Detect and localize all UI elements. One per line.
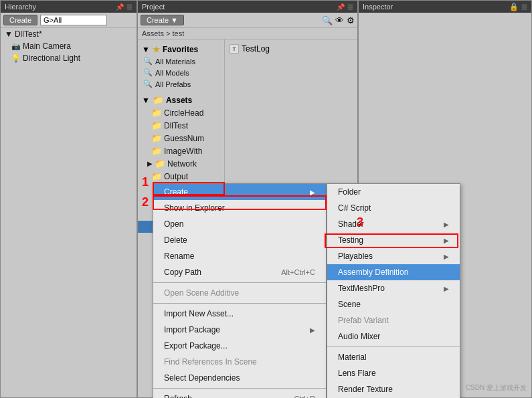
sub-testing-arrow: ▶ <box>444 237 449 244</box>
hierarchy-pin-icon: 📌 <box>116 3 124 11</box>
favorites-label: ▼ ★ Favorites <box>138 42 224 56</box>
hierarchy-scene[interactable]: ▼ DllTest* <box>1 28 137 40</box>
hierarchy-item-main-camera[interactable]: 📷 Main Camera <box>1 40 137 52</box>
watermark: CSDN 爱上游戏开发 <box>466 383 527 393</box>
ctx-sep1 <box>153 282 326 283</box>
light-icon: 💡 <box>11 54 21 63</box>
ctx-show-explorer[interactable]: Show in Explorer <box>153 200 326 216</box>
hierarchy-header: Hierarchy 📌 ☰ <box>1 1 137 13</box>
ctx-refresh[interactable]: Refresh Ctrl+R <box>153 391 326 398</box>
hierarchy-panel: Hierarchy 📌 ☰ Create ▼ DllTest* 📷 Main C… <box>0 0 137 398</box>
search-mat-icon: 🔍 <box>143 57 153 66</box>
ctx-copy-path-shortcut: Alt+Ctrl+C <box>281 268 315 276</box>
sub-testing-label: Testing <box>338 235 363 245</box>
ctx-delete[interactable]: Delete <box>153 232 326 248</box>
all-materials-label: All Materials <box>155 58 195 66</box>
favorites-section: ▼ ★ Favorites 🔍 All Materials 🔍 All Mode… <box>138 39 224 92</box>
ctx-copy-path[interactable]: Copy Path Alt+Ctrl+C <box>153 264 326 280</box>
project-title: Project <box>142 3 165 11</box>
ctx-refresh-label: Refresh <box>164 394 192 398</box>
breadcrumb-text: Assets > test <box>142 29 184 37</box>
network-arrow-icon: ▶ <box>147 160 153 167</box>
ctx-import-package[interactable]: Import Package ▶ <box>153 322 326 338</box>
folder-icon-iw: 📁 <box>151 146 162 156</box>
fav-all-models[interactable]: 🔍 All Models <box>138 67 224 78</box>
hierarchy-title: Hierarchy <box>5 3 36 11</box>
sub-playables-arrow: ▶ <box>444 253 449 260</box>
search-icon: 🔍 <box>322 15 333 25</box>
hierarchy-tree: ▼ DllTest* 📷 Main Camera 💡 Directional L… <box>1 28 137 64</box>
hierarchy-toolbar: Create <box>1 13 137 28</box>
inspector-menu-icon[interactable]: ☰ <box>521 3 527 11</box>
sub-textmeshpro-arrow: ▶ <box>444 285 449 292</box>
asset-guessnum[interactable]: 📁 GuessNum <box>138 132 224 144</box>
sub-shader-arrow: ▶ <box>444 221 449 228</box>
ctx-rename-label: Rename <box>164 252 194 261</box>
inspector-title: Inspector <box>363 3 393 11</box>
hierarchy-menu-icon[interactable]: ☰ <box>126 3 132 11</box>
ctx-create-arrow: ▶ <box>310 189 315 196</box>
project-menu-icon[interactable]: ☰ <box>347 3 353 11</box>
sub-material-label: Material <box>338 353 367 362</box>
sub-scene[interactable]: Scene <box>327 296 460 312</box>
file-testlog-label: TestLog <box>242 44 270 54</box>
project-create-btn[interactable]: Create ▼ <box>141 15 184 25</box>
ctx-open-scene-label: Open Scene Additive <box>164 288 239 298</box>
ctx-refresh-shortcut: Ctrl+R <box>294 395 315 398</box>
ctx-copy-path-label: Copy Path <box>164 268 201 277</box>
ctx-find-references: Find References In Scene <box>153 354 326 370</box>
sub-sep <box>327 346 460 347</box>
ctx-export-package[interactable]: Export Package... <box>153 338 326 354</box>
all-prefabs-label: All Prefabs <box>155 80 191 88</box>
sub-playables[interactable]: Playables ▶ <box>327 248 460 264</box>
inspector-lock-icon[interactable]: 🔒 <box>509 3 519 11</box>
sub-csharp-label: C# Script <box>338 203 371 213</box>
sub-shader-label: Shader <box>338 219 364 229</box>
sub-folder[interactable]: Folder <box>327 184 460 200</box>
ctx-select-deps-label: Select Dependencies <box>164 373 240 383</box>
sub-material[interactable]: Material <box>327 349 460 365</box>
filter-icon: ⚙ <box>347 15 355 25</box>
hierarchy-create-btn[interactable]: Create <box>3 15 37 25</box>
asset-circlehead[interactable]: 📁 CircleHead <box>138 106 224 119</box>
sub-textmeshpro-label: TextMeshPro <box>338 284 385 293</box>
folder-icon-gn: 📁 <box>151 133 162 143</box>
sub-shader[interactable]: Shader ▶ <box>327 216 460 232</box>
scene-arrow: ▼ <box>5 29 13 39</box>
asset-output[interactable]: 📁 Output <box>138 170 224 183</box>
sub-lens-flare[interactable]: Lens Flare <box>327 365 460 381</box>
ctx-sep3 <box>153 388 326 389</box>
sub-audio-mixer[interactable]: Audio Mixer <box>327 328 460 344</box>
hierarchy-item-directional-light[interactable]: 💡 Directional Light <box>1 52 137 64</box>
sub-textmeshpro[interactable]: TextMeshPro ▶ <box>327 280 460 296</box>
sub-prefab-variant-label: Prefab Variant <box>338 316 389 325</box>
ctx-export-package-label: Export Package... <box>164 341 228 351</box>
search-mod-icon: 🔍 <box>143 68 153 77</box>
sub-testing[interactable]: Testing ▶ <box>327 232 460 248</box>
asset-dlltest[interactable]: 📁 DllTest <box>138 119 224 132</box>
folder-icon-dt: 📁 <box>151 120 162 130</box>
ctx-show-explorer-label: Show in Explorer <box>164 203 225 213</box>
hierarchy-search-input[interactable] <box>40 15 107 25</box>
fav-all-prefabs[interactable]: 🔍 All Prefabs <box>138 78 224 90</box>
file-testlog[interactable]: T TestLog <box>228 42 355 56</box>
context-menu: Create ▶ Show in Explorer Open Delete Re… <box>153 183 327 398</box>
ctx-select-deps[interactable]: Select Dependencies <box>153 370 326 386</box>
ctx-sep2 <box>153 303 326 304</box>
asset-imagewith[interactable]: 📁 ImageWith <box>138 144 224 157</box>
inspector-content <box>359 13 531 23</box>
sub-folder-label: Folder <box>338 187 361 197</box>
sub-csharp[interactable]: C# Script <box>327 200 460 216</box>
fav-all-materials[interactable]: 🔍 All Materials <box>138 56 224 67</box>
ctx-open[interactable]: Open <box>153 216 326 232</box>
ctx-find-references-label: Find References In Scene <box>164 357 257 367</box>
fav-arrow: ▼ <box>142 45 150 54</box>
inspector-header: Inspector 🔒 ☰ <box>359 1 531 13</box>
ctx-rename[interactable]: Rename <box>153 248 326 264</box>
sub-render-texture[interactable]: Render Texture <box>327 381 460 397</box>
search-pref-icon: 🔍 <box>143 80 153 88</box>
sub-assembly-def[interactable]: Assembly Definition <box>327 264 460 280</box>
asset-network[interactable]: ▶ 📁 Network <box>138 157 224 170</box>
ctx-create[interactable]: Create ▶ <box>153 184 326 200</box>
ctx-import-asset[interactable]: Import New Asset... <box>153 306 326 322</box>
